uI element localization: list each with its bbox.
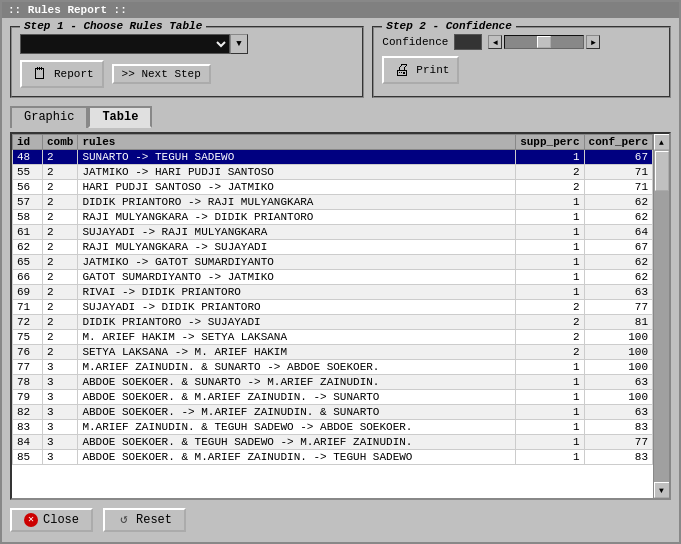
col-header-id: id	[13, 135, 43, 150]
table-row[interactable]: 722DIDIK PRIANTORO -> SUJAYADI281	[13, 315, 653, 330]
step2-panel: Step 2 - Confidence Confidence ◄ ► 🖨	[372, 26, 671, 98]
cell-supp_perc: 2	[516, 315, 584, 330]
slider-thumb[interactable]	[537, 36, 551, 48]
cell-supp_perc: 2	[516, 345, 584, 360]
table-body: 482SUNARTO -> TEGUH SADEWO167552JATMIKO …	[13, 150, 653, 465]
cell-supp_perc: 2	[516, 330, 584, 345]
cell-rules: ABDOE SOEKOER. -> M.ARIEF ZAINUDIN. & SU…	[78, 405, 516, 420]
cell-id: 85	[13, 450, 43, 465]
table-row[interactable]: 562HARI PUDJI SANTOSO -> JATMIKO271	[13, 180, 653, 195]
table-row[interactable]: 652JATMIKO -> GATOT SUMARDIYANTO162	[13, 255, 653, 270]
table-row[interactable]: 662GATOT SUMARDIYANTO -> JATMIKO162	[13, 270, 653, 285]
cell-conf_perc: 83	[584, 420, 652, 435]
cell-id: 75	[13, 330, 43, 345]
reset-button[interactable]: ↺ Reset	[103, 508, 186, 532]
cell-comb: 2	[43, 165, 78, 180]
table-scroll-area: id comb rules supp_perc conf_perc 482SUN…	[12, 134, 669, 498]
cell-rules: M.ARIEF ZAINUDIN. & SUNARTO -> ABDOE SOE…	[78, 360, 516, 375]
cell-id: 77	[13, 360, 43, 375]
table-row[interactable]: 793ABDOE SOEKOER. & M.ARIEF ZAINUDIN. ->…	[13, 390, 653, 405]
print-button[interactable]: 🖨 Print	[382, 56, 459, 84]
table-row[interactable]: 752M. ARIEF HAKIM -> SETYA LAKSANA2100	[13, 330, 653, 345]
cell-id: 65	[13, 255, 43, 270]
step2-btn-row: 🖨 Print	[382, 56, 661, 84]
scrollbar-up-btn[interactable]: ▲	[654, 134, 670, 150]
slider-right-btn[interactable]: ►	[586, 35, 600, 49]
cell-conf_perc: 83	[584, 450, 652, 465]
table-row[interactable]: 622RAJI MULYANGKARA -> SUJAYADI167	[13, 240, 653, 255]
cell-conf_perc: 77	[584, 435, 652, 450]
cell-comb: 3	[43, 360, 78, 375]
cell-rules: SUJAYADI -> RAJI MULYANGKARA	[78, 225, 516, 240]
scrollbar-thumb[interactable]	[655, 151, 669, 191]
cell-rules: ABDOE SOEKOER. & TEGUH SADEWO -> M.ARIEF…	[78, 435, 516, 450]
cell-supp_perc: 1	[516, 390, 584, 405]
cell-conf_perc: 100	[584, 345, 652, 360]
cell-supp_perc: 2	[516, 300, 584, 315]
report-button[interactable]: 🗒 Report	[20, 60, 104, 88]
table-row[interactable]: 823ABDOE SOEKOER. -> M.ARIEF ZAINUDIN. &…	[13, 405, 653, 420]
cell-rules: M. ARIEF HAKIM -> SETYA LAKSANA	[78, 330, 516, 345]
cell-rules: SUNARTO -> TEGUH SADEWO	[78, 150, 516, 165]
scrollbar-track[interactable]	[654, 150, 670, 482]
table-row[interactable]: 833M.ARIEF ZAINUDIN. & TEGUH SADEWO -> A…	[13, 420, 653, 435]
cell-conf_perc: 81	[584, 315, 652, 330]
table-wrapper[interactable]: id comb rules supp_perc conf_perc 482SUN…	[12, 134, 653, 498]
cell-conf_perc: 100	[584, 390, 652, 405]
next-step-button[interactable]: >> Next Step	[112, 64, 211, 84]
table-row[interactable]: 612SUJAYADI -> RAJI MULYANGKARA164	[13, 225, 653, 240]
cell-id: 62	[13, 240, 43, 255]
step1-title: Step 1 - Choose Rules Table	[20, 20, 206, 32]
cell-conf_perc: 67	[584, 150, 652, 165]
cell-comb: 2	[43, 150, 78, 165]
cell-rules: ABDOE SOEKOER. & M.ARIEF ZAINUDIN. -> TE…	[78, 450, 516, 465]
cell-conf_perc: 62	[584, 270, 652, 285]
tab-graphic[interactable]: Graphic	[10, 106, 88, 128]
cell-id: 79	[13, 390, 43, 405]
cell-supp_perc: 1	[516, 405, 584, 420]
table-row[interactable]: 552JATMIKO -> HARI PUDJI SANTOSO271	[13, 165, 653, 180]
table-row[interactable]: 692RIVAI -> DIDIK PRIANTORO163	[13, 285, 653, 300]
table-row[interactable]: 482SUNARTO -> TEGUH SADEWO167	[13, 150, 653, 165]
slider-track[interactable]	[504, 35, 584, 49]
cell-comb: 3	[43, 375, 78, 390]
cell-conf_perc: 63	[584, 285, 652, 300]
table-row[interactable]: 582RAJI MULYANGKARA -> DIDIK PRIANTORO16…	[13, 210, 653, 225]
cell-id: 55	[13, 165, 43, 180]
cell-id: 83	[13, 420, 43, 435]
cell-comb: 3	[43, 435, 78, 450]
cell-rules: GATOT SUMARDIYANTO -> JATMIKO	[78, 270, 516, 285]
cell-conf_perc: 100	[584, 330, 652, 345]
cell-supp_perc: 1	[516, 420, 584, 435]
cell-supp_perc: 1	[516, 270, 584, 285]
table-header-row: id comb rules supp_perc conf_perc	[13, 135, 653, 150]
slider-left-btn[interactable]: ◄	[488, 35, 502, 49]
cell-rules: DIDIK PRIANTORO -> SUJAYADI	[78, 315, 516, 330]
table-row[interactable]: 853ABDOE SOEKOER. & M.ARIEF ZAINUDIN. ->…	[13, 450, 653, 465]
table-row[interactable]: 712SUJAYADI -> DIDIK PRIANTORO277	[13, 300, 653, 315]
cell-rules: ABDOE SOEKOER. & SUNARTO -> M.ARIEF ZAIN…	[78, 375, 516, 390]
col-header-rules: rules	[78, 135, 516, 150]
cell-id: 57	[13, 195, 43, 210]
main-window: :: Rules Report :: Step 1 - Choose Rules…	[0, 0, 681, 544]
cell-comb: 2	[43, 315, 78, 330]
table-row[interactable]: 572DIDIK PRIANTORO -> RAJI MULYANGKARA16…	[13, 195, 653, 210]
table-row[interactable]: 762SETYA LAKSANA -> M. ARIEF HAKIM2100	[13, 345, 653, 360]
scrollbar-down-btn[interactable]: ▼	[654, 482, 670, 498]
cell-id: 56	[13, 180, 43, 195]
cell-supp_perc: 2	[516, 180, 584, 195]
cell-comb: 3	[43, 405, 78, 420]
cell-conf_perc: 71	[584, 180, 652, 195]
table-row[interactable]: 783ABDOE SOEKOER. & SUNARTO -> M.ARIEF Z…	[13, 375, 653, 390]
rules-table-dropdown[interactable]	[20, 34, 230, 54]
table-row[interactable]: 843ABDOE SOEKOER. & TEGUH SADEWO -> M.AR…	[13, 435, 653, 450]
cell-comb: 2	[43, 225, 78, 240]
content-area: Step 1 - Choose Rules Table ▼ 🗒 Report >…	[2, 18, 679, 542]
confidence-label: Confidence	[382, 36, 448, 48]
col-header-comb: comb	[43, 135, 78, 150]
close-button[interactable]: ✕ Close	[10, 508, 93, 532]
tab-table[interactable]: Table	[88, 106, 152, 128]
cell-comb: 2	[43, 240, 78, 255]
table-row[interactable]: 773M.ARIEF ZAINUDIN. & SUNARTO -> ABDOE …	[13, 360, 653, 375]
dropdown-arrow-btn[interactable]: ▼	[230, 34, 248, 54]
